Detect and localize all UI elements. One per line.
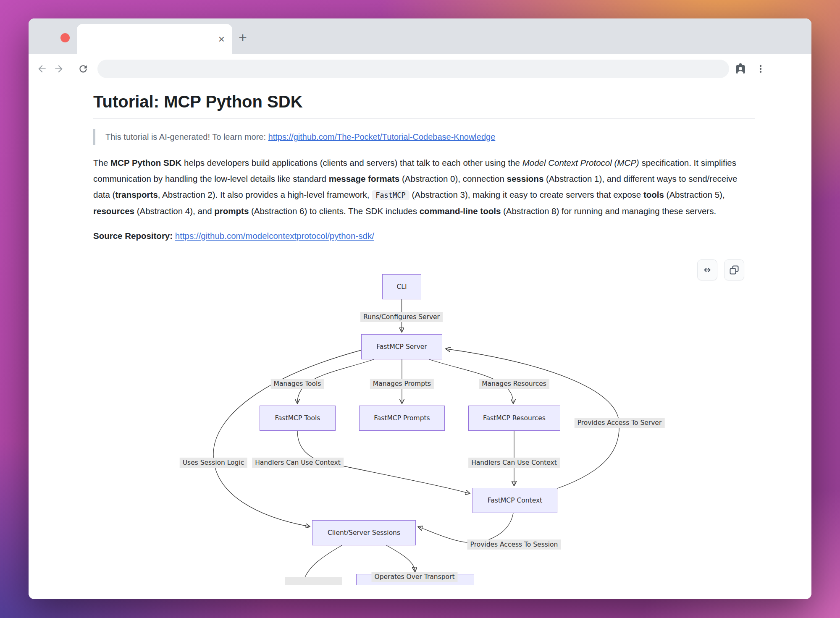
edge-sessions-transport — [386, 545, 415, 571]
page-title: Tutorial: MCP Python SDK — [93, 92, 755, 119]
text-run: MCP Python SDK — [110, 158, 181, 168]
text-run: (Abstraction 0), connection — [399, 174, 507, 183]
diagram-node-fastmcp-server: FastMCP Server — [361, 334, 442, 359]
edge-label-handlers-can-use-context-right: Handlers Can Use Context — [468, 458, 560, 468]
profile-badge-icon[interactable] — [734, 63, 747, 75]
copy-diagram-button[interactable] — [724, 259, 744, 280]
diagram-node-cli: CLI — [382, 274, 421, 299]
diagram-node-client-server-sessions: Client/Server Sessions — [312, 520, 416, 545]
text-run: helps developers build applications (cli… — [181, 158, 522, 168]
edge-label-manages-resources: Manages Resources — [479, 379, 549, 389]
diagram-node-fastmcp-tools: FastMCP Tools — [260, 406, 336, 431]
text-run: (Abstraction 5), — [664, 190, 725, 199]
edge-label-uses-session-logic: Uses Session Logic — [180, 458, 247, 468]
copy-icon — [729, 264, 740, 275]
text-run: The — [93, 158, 110, 168]
text-run: transports — [115, 190, 158, 199]
url-address-bar[interactable] — [97, 60, 729, 78]
edge-label-operates-over-transport: Operates Over Transport — [371, 572, 457, 582]
text-run: , Abstraction 2). It also provides a hig… — [158, 190, 372, 199]
text-run: (Abstraction 3), making it easy to creat… — [410, 190, 643, 199]
edge-label-handlers-can-use-context-left: Handlers Can Use Context — [252, 458, 344, 468]
text-run: command-line tools — [420, 206, 501, 216]
expand-diagram-button[interactable] — [697, 259, 717, 280]
text-run: message formats — [329, 174, 400, 183]
text-run: sessions — [507, 174, 544, 183]
tab-close-icon[interactable]: × — [218, 34, 225, 45]
tab-strip: × + — [29, 18, 811, 54]
diagram-node-fastmcp-context: FastMCP Context — [472, 488, 557, 513]
diagram-node-fastmcp-resources: FastMCP Resources — [468, 406, 560, 431]
source-repository-label: Source Repository: — [93, 231, 175, 241]
edge-label-manages-tools: Manages Tools — [271, 379, 324, 389]
edge-label-provides-access-to-server: Provides Access To Server — [575, 418, 665, 428]
text-run: (Abstraction 6) to clients. The SDK incl… — [249, 206, 419, 216]
text-run: (Abstraction 4), and — [134, 206, 214, 216]
source-repository-line: Source Repository: https://github.com/mo… — [93, 231, 755, 241]
text-run: (Abstraction 8) for running and managing… — [501, 206, 716, 216]
edge-label-provides-access-to-session: Provides Access To Session — [467, 539, 561, 550]
edge-label-runs-configures-server: Runs/Configures Server — [360, 312, 443, 322]
browser-tab[interactable]: × — [77, 24, 232, 54]
edge-label-partial-bottom-label — [285, 577, 342, 585]
reload-icon[interactable] — [75, 60, 92, 77]
blockquote-text: This tutorial is AI-generated! To learn … — [105, 132, 268, 141]
text-run: resources — [93, 206, 134, 216]
text-run: tools — [643, 190, 664, 199]
forward-icon[interactable] — [50, 60, 67, 77]
back-icon[interactable] — [34, 60, 50, 77]
text-run: prompts — [214, 206, 249, 216]
browser-toolbar — [29, 54, 811, 84]
tutorial-codebase-link[interactable]: https://github.com/The-Pocket/Tutorial-C… — [268, 132, 496, 141]
browser-window: × + — [29, 18, 811, 599]
blockquote: This tutorial is AI-generated! To learn … — [93, 129, 755, 145]
edge-context-sessions — [419, 513, 513, 543]
new-tab-button[interactable]: + — [239, 30, 247, 45]
edge-label-manages-prompts: Manages Prompts — [370, 379, 434, 389]
text-run: FastMCP — [372, 190, 410, 200]
diagram-controls — [697, 259, 744, 280]
browser-menu-icon[interactable] — [755, 63, 766, 74]
text-run: Model Context Protocol (MCP) — [522, 158, 639, 168]
diagram-node-fastmcp-prompts: FastMCP Prompts — [359, 406, 445, 431]
toolbar-right — [734, 63, 766, 75]
flowchart-diagram: CLIFastMCP ServerFastMCP ToolsFastMCP Pr… — [93, 254, 755, 585]
edge-server-sessions — [213, 350, 361, 526]
expand-horizontal-icon — [702, 264, 713, 275]
markdown-body: Tutorial: MCP Python SDK This tutorial i… — [29, 84, 811, 585]
close-window-button[interactable] — [60, 33, 70, 42]
intro-paragraph: The MCP Python SDK helps developers buil… — [93, 155, 755, 219]
source-repository-link[interactable]: https://github.com/modelcontextprotocol/… — [175, 231, 374, 241]
desktop: { "theme":{ "link_color":"#3a6fd8", "tra… — [0, 0, 840, 618]
page-content: Tutorial: MCP Python SDK This tutorial i… — [29, 84, 811, 599]
